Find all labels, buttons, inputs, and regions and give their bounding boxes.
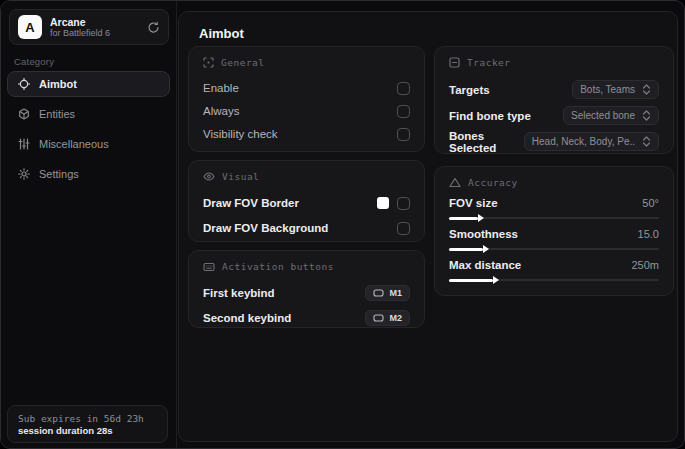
chevrons-up-down-icon — [642, 136, 651, 147]
app-window: A Arcane for Battlefield 6 Category — [0, 0, 685, 449]
setting-label: First keybind — [203, 287, 275, 299]
setting-label: Enable — [203, 82, 239, 94]
chevrons-up-down-icon — [642, 110, 651, 121]
general-card: General Enable Always Visibility check — [188, 46, 425, 152]
setting-label: Max distance — [449, 259, 521, 271]
chevrons-up-down-icon — [642, 84, 651, 95]
setting-label: Find bone type — [449, 110, 531, 122]
tracker-header: Tracker — [449, 57, 659, 68]
sidebar-nav: Aimbot Entities Miscella — [7, 71, 170, 190]
first-keybind-button[interactable]: M1 — [365, 285, 410, 301]
app-name: Arcane — [50, 16, 139, 28]
setting-label: Always — [203, 105, 239, 117]
eye-icon — [203, 171, 215, 182]
setting-row-bones-selected: Bones Selected Head, Neck, Body, Pe.. — [449, 129, 659, 154]
select-value: Head, Neck, Body, Pe.. — [532, 136, 635, 147]
sidebar-item-miscellaneous[interactable]: Miscellaneous — [7, 131, 170, 157]
fov-border-controls — [377, 197, 410, 210]
setting-label: Draw FOV Background — [203, 222, 328, 234]
app-logo: A — [18, 15, 42, 39]
setting-row-second-keybind: Second keybind M2 — [203, 306, 410, 330]
fov-border-checkbox[interactable] — [397, 197, 410, 210]
max-distance-slider[interactable] — [449, 279, 659, 281]
sidebar-item-aimbot[interactable]: Aimbot — [7, 71, 170, 97]
fov-size-slider[interactable] — [449, 217, 659, 219]
category-label: Category — [14, 56, 54, 67]
select-value: Selected bone — [571, 110, 635, 121]
app-subtitle: for Battlefield 6 — [50, 28, 139, 38]
second-keybind-button[interactable]: M2 — [365, 310, 410, 326]
setting-label: Visibility check — [203, 128, 278, 140]
visual-card: Visual Draw FOV Border Draw FOV Backgrou… — [188, 160, 425, 242]
tracker-card: Tracker Targets Bots, Teams Find bone — [434, 46, 674, 154]
left-column: General Enable Always Visibility check — [188, 46, 425, 336]
setting-row-fov-background: Draw FOV Background — [203, 216, 410, 240]
sub-expires-text: Sub expires in 56d 23h — [18, 413, 157, 424]
subscription-info: Sub expires in 56d 23h session duration … — [7, 405, 168, 443]
slider-value: 15.0 — [638, 228, 659, 240]
refresh-icon[interactable] — [147, 21, 160, 34]
max-distance-setting: Max distance 250m — [449, 259, 659, 281]
setting-label: Second keybind — [203, 312, 291, 324]
activation-card: Activation buttons First keybind M1 S — [188, 250, 425, 328]
targets-select[interactable]: Bots, Teams — [572, 80, 659, 99]
sidebar-item-label: Aimbot — [39, 78, 77, 90]
sidebar-item-entities[interactable]: Entities — [7, 101, 170, 127]
fov-size-setting: FOV size 50° — [449, 197, 659, 219]
setting-row-first-keybind: First keybind M1 — [203, 281, 410, 305]
logo-card: A Arcane for Battlefield 6 — [9, 9, 169, 45]
slider-fill[interactable] — [449, 217, 478, 220]
mouse-icon — [373, 289, 384, 297]
setting-row-enable: Enable — [203, 77, 410, 99]
smoothness-setting: Smoothness 15.0 — [449, 228, 659, 250]
main-panel: Aimbot General Enable — [178, 11, 678, 442]
setting-label: Smoothness — [449, 228, 518, 240]
session-duration-text: session duration 28s — [18, 425, 157, 436]
section-title: Visual — [222, 171, 259, 182]
smoothness-slider[interactable] — [449, 248, 659, 250]
sidebar-item-settings[interactable]: Settings — [7, 161, 170, 187]
setting-label: Bones Selected — [449, 130, 524, 154]
triangle-icon — [449, 177, 461, 188]
bones-selected-select[interactable]: Head, Neck, Body, Pe.. — [524, 132, 659, 151]
activation-header: Activation buttons — [203, 261, 410, 272]
fov-background-checkbox[interactable] — [397, 222, 410, 235]
visibility-check-checkbox[interactable] — [397, 128, 410, 141]
section-title: Activation buttons — [222, 261, 334, 272]
accuracy-header: Accuracy — [449, 177, 659, 188]
section-title: Tracker — [467, 57, 511, 68]
sidebar-item-label: Miscellaneous — [39, 138, 109, 150]
setting-row-visibility-check: Visibility check — [203, 123, 410, 145]
crosshair-icon — [18, 78, 30, 90]
frame-minus-icon — [449, 57, 460, 68]
setting-row-fov-border: Draw FOV Border — [203, 191, 410, 215]
app-identity: Arcane for Battlefield 6 — [50, 16, 139, 38]
accuracy-card: Accuracy FOV size 50° Smoothness 15.0 — [434, 166, 674, 296]
always-checkbox[interactable] — [397, 105, 410, 118]
page-title: Aimbot — [199, 26, 244, 41]
right-column: Tracker Targets Bots, Teams Find bone — [434, 46, 674, 308]
color-swatch[interactable] — [377, 197, 389, 209]
sliders-icon — [18, 138, 30, 150]
keyboard-icon — [203, 262, 215, 272]
sidebar-item-label: Settings — [39, 168, 79, 180]
keybind-value: M2 — [389, 313, 402, 323]
slider-fill[interactable] — [449, 248, 483, 251]
setting-row-targets: Targets Bots, Teams — [449, 77, 659, 102]
section-title: General — [221, 57, 265, 68]
setting-row-always: Always — [203, 100, 410, 122]
section-title: Accuracy — [468, 177, 518, 188]
slider-value: 50° — [642, 197, 659, 209]
gear-icon — [18, 168, 30, 180]
sidebar: A Arcane for Battlefield 6 Category — [1, 1, 177, 448]
slider-value: 250m — [631, 259, 659, 271]
setting-label: Targets — [449, 84, 490, 96]
enable-checkbox[interactable] — [397, 82, 410, 95]
sidebar-item-label: Entities — [39, 108, 75, 120]
find-bone-type-select[interactable]: Selected bone — [563, 106, 659, 125]
setting-row-find-bone-type: Find bone type Selected bone — [449, 103, 659, 128]
cube-icon — [18, 108, 30, 120]
mouse-icon — [373, 314, 384, 322]
slider-fill[interactable] — [449, 279, 493, 282]
setting-label: FOV size — [449, 197, 498, 209]
